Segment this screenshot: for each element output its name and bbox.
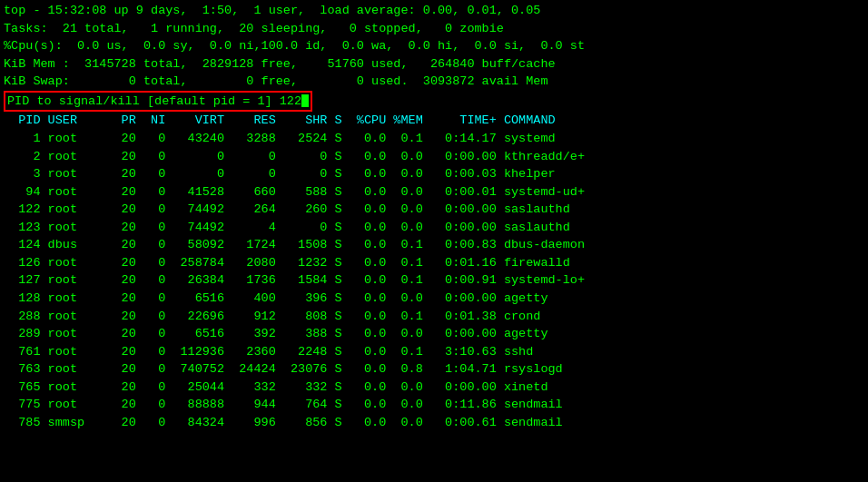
process-row: 126 root 20 0 258784 2080 1232 S 0.0 0.1… [4, 254, 864, 272]
process-row: 765 root 20 0 25044 332 332 S 0.0 0.0 0:… [4, 379, 864, 397]
process-row: 3 root 20 0 0 0 0 S 0.0 0.0 0:00.03 khel… [4, 165, 864, 183]
process-row: 128 root 20 0 6516 400 396 S 0.0 0.0 0:0… [4, 290, 864, 308]
process-row: 123 root 20 0 74492 4 0 S 0.0 0.0 0:00.0… [4, 219, 864, 237]
top-header-line5: KiB Swap: 0 total, 0 free, 0 used. 30938… [4, 73, 864, 91]
process-row: 94 root 20 0 41528 660 588 S 0.0 0.0 0:0… [4, 183, 864, 202]
process-row: 2 root 20 0 0 0 0 S 0.0 0.0 0:00.00 kthr… [4, 148, 864, 166]
process-row: 763 root 20 0 740752 24424 23076 S 0.0 0… [4, 360, 864, 379]
top-header-line3: %Cpu(s): 0.0 us, 0.0 sy, 0.0 ni,100.0 id… [4, 37, 864, 55]
process-table-header: PID USER PR NI VIRT RES SHR S %CPU %MEM … [4, 112, 864, 130]
input-cursor [301, 94, 309, 107]
top-header-line4: KiB Mem : 3145728 total, 2829128 free, 5… [4, 55, 864, 74]
process-row: 761 root 20 0 112936 2360 2248 S 0.0 0.1… [4, 343, 864, 361]
process-row: 127 root 20 0 26384 1736 1584 S 0.0 0.1 … [4, 271, 864, 290]
process-row: 289 root 20 0 6516 392 388 S 0.0 0.0 0:0… [4, 325, 864, 343]
signal-kill-line[interactable]: PID to signal/kill [default pid = 1] 122 [4, 91, 864, 113]
process-list: 1 root 20 0 43240 3288 2524 S 0.0 0.1 0:… [4, 130, 864, 432]
process-row: 288 root 20 0 22696 912 808 S 0.0 0.1 0:… [4, 308, 864, 326]
process-row: 124 dbus 20 0 58092 1724 1508 S 0.0 0.1 … [4, 236, 864, 254]
terminal: top - 15:32:08 up 9 days, 1:50, 1 user, … [0, 0, 868, 482]
top-header-line2: Tasks: 21 total, 1 running, 20 sleeping,… [4, 20, 864, 38]
process-row: 1 root 20 0 43240 3288 2524 S 0.0 0.1 0:… [4, 130, 864, 148]
process-row: 775 root 20 0 88888 944 764 S 0.0 0.0 0:… [4, 396, 864, 414]
top-header-line1: top - 15:32:08 up 9 days, 1:50, 1 user, … [4, 2, 864, 20]
process-row: 785 smmsp 20 0 84324 996 856 S 0.0 0.0 0… [4, 414, 864, 432]
signal-box: PID to signal/kill [default pid = 1] 122 [4, 91, 312, 113]
signal-prompt: PID to signal/kill [default pid = 1] 122 [7, 94, 301, 108]
process-row: 122 root 20 0 74492 264 260 S 0.0 0.0 0:… [4, 201, 864, 219]
